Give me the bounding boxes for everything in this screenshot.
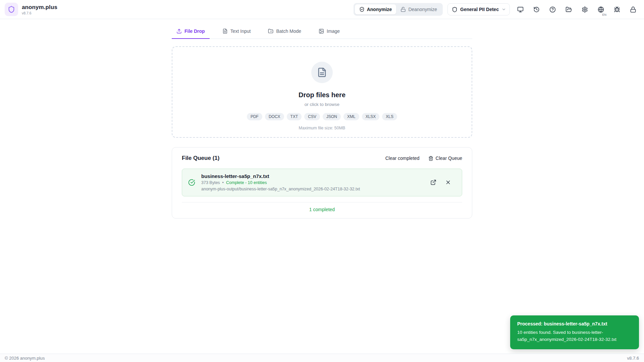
- shield-icon: [452, 7, 458, 12]
- toast-body: 10 entities found. Saved to business-let…: [517, 329, 632, 343]
- profile-dropdown-value: General PII Detecti...: [460, 7, 499, 12]
- tab-file-drop[interactable]: File Drop: [172, 25, 210, 39]
- toast-title: Processed: business-letter-sa5p_n7x.txt: [517, 321, 632, 326]
- app-header: anonym.plus v8.7.6 Anonymize Deanonymize: [0, 0, 644, 19]
- shield-check-icon: [359, 7, 365, 12]
- format-pill: TXT: [287, 113, 302, 120]
- tab-label: File Drop: [184, 28, 205, 34]
- shield-icon: [8, 6, 15, 13]
- file-status: Complete - 10 entities: [226, 180, 267, 185]
- lock-button[interactable]: [627, 4, 639, 15]
- help-circle-icon: [549, 6, 556, 13]
- check-circle-icon: [188, 179, 195, 186]
- toast-notification[interactable]: Processed: business-letter-sa5p_n7x.txt …: [510, 315, 639, 349]
- app-logo: [5, 3, 18, 16]
- globe-icon: [598, 6, 604, 13]
- app-footer: © 2026 anonym.plus v8.7.6: [0, 354, 644, 362]
- file-text-icon: [222, 28, 228, 34]
- header-actions: Anonymize Deanonymize General PII Detect…: [354, 3, 639, 16]
- format-pill: XML: [343, 113, 359, 120]
- header-icon-row: EN: [515, 4, 639, 15]
- format-pill-list: PDF DOCX TXT CSV JSON XML XLSX XLS: [247, 113, 397, 120]
- file-queue-card: File Queue (1) Clear completed Clear Que…: [172, 147, 472, 219]
- monitor-icon: [517, 6, 524, 13]
- tab-batch-mode[interactable]: Batch Mode: [263, 25, 306, 39]
- clear-completed-label: Clear completed: [385, 156, 420, 161]
- dropzone-icon-circle: [311, 62, 333, 83]
- file-queue-item: business-letter-sa5p_n7x.txt 373 Bytes •…: [182, 169, 462, 196]
- queue-summary: 1 completed: [182, 202, 462, 212]
- external-link-icon: [430, 179, 436, 185]
- language-button[interactable]: EN: [595, 4, 606, 15]
- queue-actions: Clear completed Clear Queue: [385, 156, 462, 161]
- format-pill: DOCX: [265, 113, 284, 120]
- lock-open-icon: [400, 7, 406, 12]
- upload-icon: [176, 28, 182, 34]
- anonymize-button[interactable]: Anonymize: [355, 4, 396, 14]
- format-pill: XLSX: [362, 113, 380, 120]
- max-file-size-note: Maximum file size: 50MB: [299, 126, 345, 130]
- footer-copyright: © 2026 anonym.plus: [5, 356, 45, 361]
- deanonymize-label: Deanonymize: [408, 7, 437, 12]
- meta-separator: •: [222, 180, 224, 185]
- tab-label: Text Input: [230, 28, 251, 34]
- brand-text: anonym.plus v8.7.6: [22, 4, 57, 15]
- folder-icon: [268, 28, 273, 34]
- format-pill: XLS: [382, 113, 397, 120]
- file-size: 373 Bytes: [201, 180, 220, 185]
- footer-version: v8.7.6: [627, 356, 639, 361]
- file-item-info: business-letter-sa5p_n7x.txt 373 Bytes •…: [201, 173, 428, 191]
- language-badge: EN: [602, 13, 606, 16]
- tab-bar: File Drop Text Input Batch Mode Image: [172, 25, 472, 39]
- debug-button[interactable]: [611, 4, 623, 15]
- dropzone-subtitle: or click to browse: [305, 102, 339, 107]
- file-item-actions: [428, 177, 453, 187]
- remove-file-button[interactable]: [443, 177, 453, 187]
- lock-icon: [630, 6, 636, 13]
- file-queue-header: File Queue (1) Clear completed Clear Que…: [182, 155, 462, 162]
- anonymize-label: Anonymize: [367, 7, 392, 12]
- open-output-button[interactable]: [428, 177, 438, 187]
- file-output-path: anonym-plus-output/business-letter-sa5p_…: [201, 187, 428, 191]
- format-pill: CSV: [304, 113, 320, 120]
- mode-toggle: Anonymize Deanonymize: [354, 3, 443, 16]
- open-folder-button[interactable]: [563, 4, 574, 15]
- tab-label: Batch Mode: [276, 28, 301, 34]
- format-pill: PDF: [247, 113, 262, 120]
- app-version: v8.7.6: [22, 11, 57, 15]
- image-icon: [319, 28, 324, 34]
- clear-queue-button[interactable]: Clear Queue: [428, 156, 462, 161]
- clear-queue-label: Clear Queue: [436, 156, 462, 161]
- display-button[interactable]: [515, 4, 526, 15]
- help-button[interactable]: [547, 4, 558, 15]
- deanonymize-button[interactable]: Deanonymize: [396, 4, 441, 14]
- app-title: anonym.plus: [22, 4, 57, 11]
- format-pill: JSON: [323, 113, 341, 120]
- history-button[interactable]: [531, 4, 542, 15]
- trash-icon: [428, 156, 433, 161]
- settings-button[interactable]: [579, 4, 590, 15]
- folder-open-icon: [566, 6, 572, 13]
- bug-icon: [614, 6, 620, 13]
- file-meta: 373 Bytes • Complete - 10 entities: [201, 180, 428, 185]
- tab-label: Image: [327, 28, 340, 34]
- clear-completed-button[interactable]: Clear completed: [385, 156, 420, 161]
- brand: anonym.plus v8.7.6: [5, 3, 57, 16]
- file-name: business-letter-sa5p_n7x.txt: [201, 173, 428, 179]
- main-content: File Drop Text Input Batch Mode Image: [172, 19, 472, 219]
- dropzone-title: Drop files here: [299, 91, 345, 99]
- tab-image[interactable]: Image: [314, 25, 344, 39]
- document-icon: [317, 67, 327, 77]
- close-icon: [445, 179, 451, 185]
- gear-icon: [582, 6, 588, 13]
- history-icon: [533, 6, 540, 13]
- chevron-down-icon: [501, 7, 506, 12]
- file-drop-zone[interactable]: Drop files here or click to browse PDF D…: [172, 46, 472, 138]
- file-queue-title: File Queue (1): [182, 155, 219, 162]
- profile-dropdown[interactable]: General PII Detecti...: [447, 3, 510, 15]
- tab-text-input[interactable]: Text Input: [218, 25, 256, 39]
